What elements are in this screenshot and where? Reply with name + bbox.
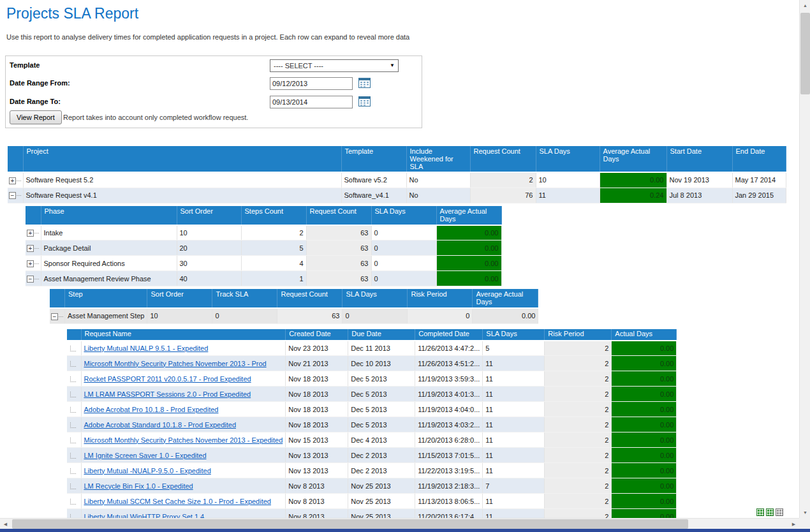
tree-connector: [34, 233, 39, 233]
created-date-cell: Nov 21 2013: [286, 356, 348, 371]
tree-leaf-icon: [70, 499, 76, 505]
actual-days-cell: 0.00: [612, 417, 677, 432]
risk-period-cell: 2: [545, 478, 612, 494]
completed-date-cell: 11/19/2013 4:03:2...: [415, 417, 483, 432]
tree-leaf-cell: [67, 494, 81, 509]
expand-icon[interactable]: [9, 177, 16, 184]
scroll-left-arrow-icon[interactable]: ◀: [0, 519, 11, 529]
completed-date-cell: 11/26/2013 4:47:2...: [415, 341, 483, 356]
due-date-cell: Nov 25 2013: [348, 478, 415, 494]
sla-days-cell: 0: [342, 308, 408, 323]
request-row: Liberty Mutual WinHTTP Proxy Set 1.4 Nov…: [67, 509, 677, 519]
date-to-input[interactable]: [270, 96, 353, 108]
avg-actual-days-cell: 0.00: [436, 225, 501, 240]
chevron-down-icon[interactable]: ▼: [387, 60, 398, 71]
request-link[interactable]: LM LRAM PASSPORT Sessions 2.0 - Prod Exp…: [84, 390, 251, 398]
collapse-icon[interactable]: [9, 192, 16, 199]
request-name-cell: Liberty Mutual -NUALP-9.5.0 - Expedited: [81, 463, 286, 478]
actual-days-cell: 0.00: [612, 402, 677, 417]
scroll-down-arrow-icon[interactable]: ▼: [800, 507, 810, 518]
avg-actual-column-header: Average Actual Days: [436, 206, 501, 225]
tree-leaf-icon: [70, 346, 76, 351]
completed-date-cell: 11/19/2013 4:04:0...: [415, 402, 483, 417]
sla-days-cell: 11: [483, 371, 545, 387]
sla-days-cell: 7: [483, 478, 545, 494]
request-name-cell: Microsoft Monthly Security Patches Novem…: [81, 432, 286, 448]
sla-days-cell: 11: [483, 509, 545, 519]
request-link[interactable]: Liberty Mutual -NUALP-9.5.0 - Expedited: [84, 467, 211, 475]
request-count-cell: 2: [470, 172, 536, 188]
sla-days-column-header: SLA Days: [536, 146, 600, 172]
risk-period-cell: 2: [545, 402, 612, 417]
view-report-button[interactable]: View Report: [10, 110, 62, 124]
request-name-cell: LM Recycle Bin Fix 1.0 - Expedited: [81, 478, 286, 494]
created-date-cell: Nov 8 2013: [286, 478, 348, 494]
expand-icon[interactable]: [27, 245, 34, 252]
page-title: Projects SLA Report: [6, 5, 799, 22]
sla-days-column-header: SLA Days: [342, 289, 408, 308]
request-link[interactable]: LM Recycle Bin Fix 1.0 - Expedited: [84, 482, 193, 490]
vertical-scrollbar-thumb[interactable]: [800, 13, 810, 94]
request-row: Adobe Acrobat Pro 10.1.8 - Prod Expedite…: [67, 402, 677, 417]
request-link[interactable]: Microsoft Monthly Security Patches Novem…: [84, 360, 267, 367]
request-link[interactable]: Liberty Mutual NUALP 9.5.1 - Expedited: [84, 344, 209, 352]
tree-leaf-icon: [70, 468, 76, 474]
created-date-cell: Nov 23 2013: [286, 341, 348, 356]
request-link[interactable]: Adobe Acrobat Pro 10.1.8 - Prod Expedite…: [84, 406, 219, 413]
risk-period-cell: 2: [545, 341, 612, 356]
request-link[interactable]: Liberty Mutual SCCM Set Cache Size 1.0 -…: [84, 498, 271, 505]
request-link[interactable]: LM Ignite Screen Saver 1.0 - Expedited: [84, 452, 207, 459]
actual-days-cell: 0.00: [612, 478, 677, 494]
sort-order-cell: 20: [177, 240, 241, 256]
due-date-cell: Dec 2 2013: [348, 463, 415, 478]
sla-days-column-header: SLA Days: [483, 329, 545, 341]
scrollbar-corner: [799, 518, 810, 529]
tree-leaf-cell: [67, 356, 81, 371]
sla-days-cell: 11: [483, 387, 545, 402]
expander-cell: [26, 271, 41, 286]
expand-icon[interactable]: [27, 260, 34, 267]
request-row: LM Recycle Bin Fix 1.0 - Expedited Nov 8…: [67, 478, 677, 494]
date-from-calendar-button[interactable]: [357, 77, 371, 90]
due-date-cell: Dec 4 2013: [348, 432, 415, 448]
project-name-cell: Software Request 5.2: [23, 172, 341, 188]
page-content: Projects SLA Report Use this report to a…: [0, 0, 799, 518]
request-row: Microsoft Monthly Security Patches Novem…: [67, 356, 677, 371]
request-name-cell: Liberty Mutual NUALP 9.5.1 - Expedited: [81, 341, 286, 356]
template-select[interactable]: ---- SELECT ---- ▼: [270, 59, 399, 72]
sla-days-cell: 11: [483, 402, 545, 417]
sla-days-cell: 0: [371, 240, 436, 256]
request-name-cell: LM LRAM PASSPORT Sessions 2.0 - Prod Exp…: [81, 387, 286, 402]
request-name-cell: Liberty Mutual WinHTTP Proxy Set 1.4: [81, 509, 286, 519]
scroll-right-arrow-icon[interactable]: ▶: [788, 519, 799, 529]
request-row: Liberty Mutual SCCM Set Cache Size 1.0 -…: [67, 494, 677, 509]
collapse-icon[interactable]: [51, 313, 58, 320]
due-date-cell: Dec 5 2013: [348, 402, 415, 417]
collapse-icon[interactable]: [27, 276, 34, 283]
template-label: Template: [10, 61, 40, 69]
request-count-column-header: Request Count: [277, 289, 342, 308]
sla-days-cell: 11: [483, 432, 545, 448]
request-link[interactable]: Liberty Mutual WinHTTP Proxy Set 1.4: [84, 513, 205, 519]
request-link[interactable]: Microsoft Monthly Security Patches Novem…: [84, 436, 283, 444]
tree-leaf-cell: [67, 432, 81, 448]
actual-days-column-header: Actual Days: [612, 329, 677, 341]
request-link[interactable]: Adobe Acrobat Standard 10.1.8 - Prod Exp…: [84, 421, 237, 429]
due-date-cell: Dec 2 2013: [348, 448, 415, 463]
avg-actual-column-header: Average Actual Days: [600, 146, 666, 172]
horizontal-scrollbar-thumb[interactable]: [12, 519, 688, 529]
start-date-cell: Jul 8 2013: [666, 188, 732, 203]
tree-leaf-icon: [70, 392, 76, 397]
date-to-calendar-button[interactable]: [357, 96, 371, 108]
calendar-icon: [358, 96, 371, 107]
due-date-cell: Nov 25 2013: [348, 509, 415, 519]
request-link[interactable]: Rocket PASSPORT 2011 v20.0.5.17 - Prod E…: [84, 375, 251, 383]
created-date-column-header: Created Date: [286, 329, 348, 341]
date-from-input[interactable]: [270, 77, 353, 90]
template-select-value: ---- SELECT ----: [274, 62, 323, 70]
expand-icon[interactable]: [27, 230, 34, 237]
scroll-up-arrow-icon[interactable]: ▲: [800, 0, 810, 11]
request-count-column-header: Request Count: [306, 206, 371, 225]
avg-actual-days-cell: 0.24: [600, 188, 666, 203]
table-grid-icon: [756, 508, 764, 516]
